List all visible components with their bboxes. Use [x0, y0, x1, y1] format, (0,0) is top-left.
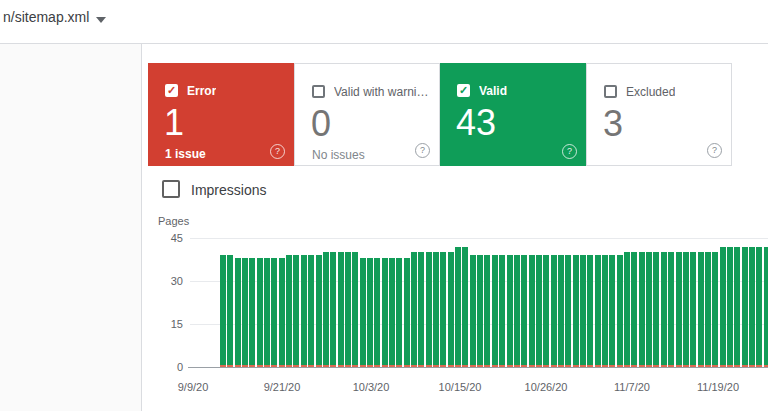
bar-valid-segment [529, 255, 535, 365]
y-tick-label: 30 [148, 275, 183, 287]
bar-error-segment [477, 365, 483, 367]
bar-error-segment [712, 365, 718, 367]
bar-error-segment [367, 365, 373, 367]
bar-error-segment [404, 365, 410, 367]
bar [323, 252, 329, 367]
bar-valid-segment [727, 247, 733, 365]
bar-error-segment [764, 365, 768, 367]
help-icon[interactable]: ? [562, 144, 577, 159]
x-tick-label: 9/21/20 [264, 381, 301, 393]
bar [426, 252, 432, 367]
bar-error-segment [235, 365, 241, 367]
card-count: 0 [311, 102, 331, 146]
bar-valid-segment [668, 252, 674, 365]
bar-valid-segment [308, 255, 314, 365]
bar [624, 252, 630, 367]
card-label: Valid [479, 84, 507, 98]
caret-down-icon[interactable] [96, 17, 106, 23]
chart-y-axis-label: Pages [158, 215, 189, 227]
bar-valid-segment [720, 247, 726, 365]
bar-error-segment [249, 365, 255, 367]
bar-error-segment [279, 365, 285, 367]
bar-valid-segment [227, 255, 233, 365]
bar-valid-segment [242, 258, 248, 365]
bar-error-segment [418, 365, 424, 367]
excluded-checkbox[interactable] [604, 85, 617, 98]
bar-error-segment [507, 365, 513, 367]
y-tick-label: 15 [148, 318, 183, 330]
bar-error-segment [617, 365, 623, 367]
bar-valid-segment [602, 255, 608, 365]
summary-card-excluded[interactable]: Excluded3? [586, 63, 732, 166]
x-tick-label: 9/9/20 [178, 381, 209, 393]
valid-checkbox[interactable]: ✓ [457, 84, 470, 97]
bar [352, 252, 358, 367]
bar [653, 252, 659, 367]
bar-valid-segment [653, 252, 659, 365]
bar-valid-segment [551, 255, 557, 365]
bar-error-segment [345, 365, 351, 367]
bar-valid-segment [624, 252, 630, 365]
bar-valid-segment [683, 252, 689, 365]
bar-valid-segment [367, 258, 373, 365]
bar-error-segment [455, 365, 461, 367]
bar-valid-segment [264, 258, 270, 365]
bar-error-segment [242, 365, 248, 367]
bar [360, 258, 366, 367]
bar-valid-segment [705, 252, 711, 365]
bar [551, 255, 557, 367]
bar-valid-segment [676, 252, 682, 365]
bar [462, 247, 468, 367]
bar-valid-segment [514, 255, 520, 365]
bar-valid-segment [536, 255, 542, 365]
summary-card-error[interactable]: ✓Error11 issue? [148, 63, 294, 166]
bar-error-segment [323, 365, 329, 367]
bar-error-segment [720, 365, 726, 367]
bar [293, 255, 299, 367]
card-label: Valid with warnin… [334, 85, 434, 99]
bar-error-segment [220, 365, 226, 367]
bar [396, 258, 402, 367]
bar-error-segment [227, 365, 233, 367]
summary-card-valid[interactable]: ✓Valid43? [440, 63, 586, 166]
bar-valid-segment [382, 258, 388, 365]
bar [690, 252, 696, 367]
bar [242, 258, 248, 367]
bar-error-segment [573, 365, 579, 367]
bar [514, 255, 520, 367]
bar-error-segment [536, 365, 542, 367]
bar-error-segment [389, 365, 395, 367]
bar-valid-segment [698, 252, 704, 365]
bar [727, 247, 733, 367]
bar-valid-segment [609, 255, 615, 365]
bar-error-segment [301, 365, 307, 367]
help-icon[interactable]: ? [270, 144, 285, 159]
x-tick-label: 10/15/20 [439, 381, 482, 393]
bar [639, 252, 645, 367]
bar-error-segment [316, 365, 322, 367]
bar-valid-segment [433, 252, 439, 365]
bar [521, 255, 527, 367]
bar-valid-segment [411, 252, 417, 365]
valid-with-warnings-checkbox[interactable] [312, 85, 325, 98]
bar [749, 247, 755, 367]
impressions-checkbox[interactable] [162, 180, 180, 198]
bar-error-segment [271, 365, 277, 367]
bar-error-segment [293, 365, 299, 367]
error-checkbox[interactable]: ✓ [165, 84, 178, 97]
bar-error-segment [602, 365, 608, 367]
bar-error-segment [668, 365, 674, 367]
bar [595, 255, 601, 367]
y-tick-label: 0 [148, 361, 183, 373]
bar-error-segment [433, 365, 439, 367]
bar-valid-segment [646, 252, 652, 365]
bar-error-segment [338, 365, 344, 367]
card-count: 1 [164, 101, 184, 145]
bar-error-segment [639, 365, 645, 367]
bar-error-segment [411, 365, 417, 367]
summary-card-valid-with-warnings[interactable]: Valid with warnin…0No issues? [294, 63, 440, 166]
bar-valid-segment [543, 255, 549, 365]
help-icon[interactable]: ? [415, 143, 430, 158]
help-icon[interactable]: ? [707, 143, 722, 158]
card-label: Error [187, 84, 216, 98]
